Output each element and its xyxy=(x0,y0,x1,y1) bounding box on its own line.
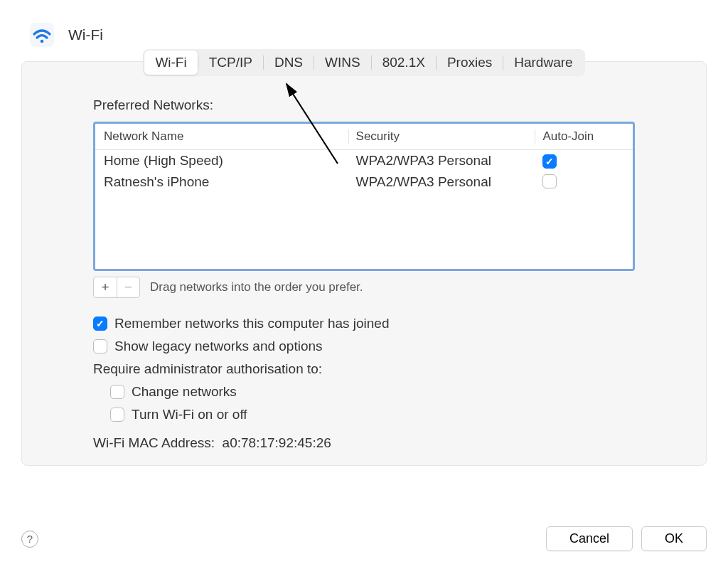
row-network-name: Home (High Speed) xyxy=(104,153,349,169)
col-security[interactable]: Security xyxy=(348,129,535,144)
row-network-name: Ratnesh's iPhone xyxy=(104,174,349,192)
turn-wifi-checkbox[interactable] xyxy=(110,408,124,422)
tab-dns[interactable]: DNS xyxy=(264,50,314,75)
col-network-name[interactable]: Network Name xyxy=(104,129,348,144)
show-legacy-option: Show legacy networks and options xyxy=(93,339,635,354)
turn-wifi-option: Turn Wi-Fi on or off xyxy=(110,407,635,422)
table-row[interactable]: Ratnesh's iPhone WPA2/WPA3 Personal xyxy=(95,171,633,195)
networks-table[interactable]: Network Name Security Auto-Join Home (Hi… xyxy=(93,122,635,271)
remove-network-button[interactable]: − xyxy=(117,277,139,297)
add-remove-group: + − xyxy=(93,277,140,298)
row-security: WPA2/WPA3 Personal xyxy=(349,174,536,192)
row-security: WPA2/WPA3 Personal xyxy=(349,153,536,169)
remember-option: Remember networks this computer has join… xyxy=(93,316,635,331)
change-networks-option: Change networks xyxy=(110,384,635,400)
show-legacy-checkbox[interactable] xyxy=(93,339,107,353)
tab-wifi[interactable]: Wi-Fi xyxy=(144,50,197,75)
remember-label: Remember networks this computer has join… xyxy=(114,316,390,331)
cancel-button[interactable]: Cancel xyxy=(546,526,633,551)
remember-checkbox[interactable] xyxy=(93,316,107,331)
tab-wins[interactable]: WINS xyxy=(314,50,371,75)
mac-value: a0:78:17:92:45:26 xyxy=(223,435,331,450)
table-header: Network Name Security Auto-Join xyxy=(95,124,633,150)
change-networks-checkbox[interactable] xyxy=(110,385,124,399)
tab-tcpip[interactable]: TCP/IP xyxy=(198,50,263,75)
table-row[interactable]: Home (High Speed) WPA2/WPA3 Personal xyxy=(95,150,633,171)
add-network-button[interactable]: + xyxy=(94,277,117,297)
change-networks-label: Change networks xyxy=(132,384,237,400)
show-legacy-label: Show legacy networks and options xyxy=(114,339,323,354)
footer: ? Cancel OK xyxy=(0,526,728,551)
svg-point-1 xyxy=(41,40,44,43)
tab-proxies[interactable]: Proxies xyxy=(437,50,503,75)
mac-address-row: Wi-Fi MAC Address: a0:78:17:92:45:26 xyxy=(93,435,635,451)
window-header: Wi-Fi xyxy=(0,0,728,55)
wifi-icon xyxy=(28,21,55,48)
row-auto-join xyxy=(535,153,624,169)
table-actions: + − Drag networks into the order you pre… xyxy=(93,277,635,298)
auto-join-checkbox[interactable] xyxy=(542,154,557,169)
options-group: Remember networks this computer has join… xyxy=(93,316,635,451)
help-button[interactable]: ? xyxy=(21,531,38,548)
page-title: Wi-Fi xyxy=(68,26,103,43)
row-auto-join xyxy=(535,174,624,192)
preferred-networks-label: Preferred Networks: xyxy=(93,97,635,113)
tab-bar: Wi-Fi TCP/IP DNS WINS 802.1X Proxies Har… xyxy=(143,49,584,76)
require-admin-label: Require administrator authorisation to: xyxy=(93,361,635,377)
tab-8021x[interactable]: 802.1X xyxy=(372,50,436,75)
auto-join-checkbox[interactable] xyxy=(542,174,557,188)
mac-label: Wi-Fi MAC Address: xyxy=(93,435,215,450)
drag-hint: Drag networks into the order you prefer. xyxy=(150,280,363,294)
turn-wifi-label: Turn Wi-Fi on or off xyxy=(132,407,247,422)
content-panel: Wi-Fi TCP/IP DNS WINS 802.1X Proxies Har… xyxy=(21,61,707,466)
ok-button[interactable]: OK xyxy=(641,526,707,551)
col-auto-join[interactable]: Auto-Join xyxy=(535,129,624,144)
tab-hardware[interactable]: Hardware xyxy=(503,50,583,75)
